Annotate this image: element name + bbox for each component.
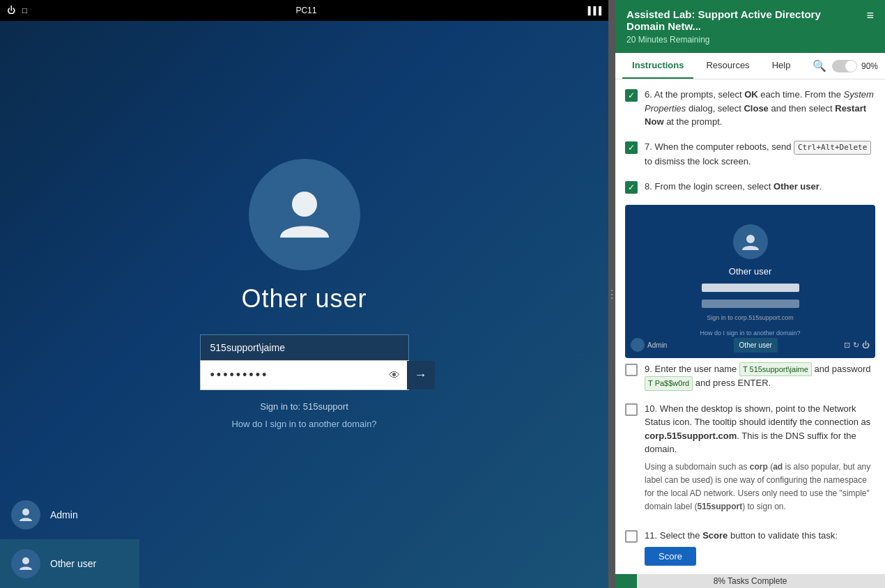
sign-in-info: Sign in to: 515support <box>260 401 348 412</box>
other-user-avatar <box>11 549 40 578</box>
eye-icon: 👁 <box>389 369 400 382</box>
instructions-panel: Assisted Lab: Support Active Directory D… <box>615 0 885 588</box>
taskbar: ⏻ □ PC11 ▐▐▐ <box>0 0 608 21</box>
tab-instructions[interactable]: Instructions <box>622 53 693 79</box>
thumb-password-bar <box>702 300 799 308</box>
step-10: 10. When the desktop is shown, point to … <box>625 402 875 518</box>
step-7-text: 7. When the computer reboots, send Ctrl+… <box>645 140 875 169</box>
resize-handle[interactable]: ⋮ <box>608 0 615 588</box>
power-icon: ⏻ <box>7 6 15 15</box>
arrow-icon: → <box>415 368 427 382</box>
step-8: ✓ 8. From the login screen, select Other… <box>625 180 875 194</box>
password-input[interactable] <box>201 361 382 389</box>
toggle-container: 90% <box>832 60 878 72</box>
progress-label: 8% Tasks Complete <box>714 576 787 586</box>
submit-button[interactable]: → <box>407 361 435 389</box>
header-content: Assisted Lab: Support Active Directory D… <box>626 8 866 45</box>
step-8-checkbox: ✓ <box>625 181 638 194</box>
thumb-admin: Admin <box>631 338 667 352</box>
screenshot-thumbnail: Other user Sign in to corp.515support.co… <box>625 205 875 358</box>
login-fields: 👁 → <box>200 334 409 390</box>
signal-icon: ▐▐▐ <box>585 6 601 15</box>
network-icon: □ <box>22 6 27 15</box>
tab-resources[interactable]: Resources <box>696 53 759 79</box>
progress-bar: 8% Tasks Complete <box>615 574 885 588</box>
panel-tabs: Instructions Resources Help 🔍 90% <box>615 53 885 79</box>
progress-bar-fill <box>615 574 637 588</box>
step-10-note: Using a subdomain such as corp (ad is al… <box>645 456 875 518</box>
step-8-text: 8. From the login screen, select Other u… <box>645 180 875 194</box>
thumb-admin-label: Admin <box>647 340 667 350</box>
thumb-domain-link: How do I sign in to another domain? <box>700 329 800 339</box>
thumb-inner: Other user Sign in to corp.515support.co… <box>700 224 800 339</box>
username-code: T 515support\jaime <box>739 362 812 377</box>
thumb-user-label: Other user <box>729 265 771 279</box>
thumb-admin-avatar <box>631 338 645 352</box>
step-6-text: 6. At the prompts, select OK each time. … <box>645 88 875 129</box>
step-10-checkbox[interactable] <box>625 403 638 416</box>
panel-timer: 20 Minutes Remaining <box>626 35 866 45</box>
step-11-text: 11. Select the Score button to validate … <box>645 529 875 566</box>
toggle-switch[interactable] <box>832 60 857 72</box>
step-6: ✓ 6. At the prompts, select OK each time… <box>625 88 875 129</box>
thumb-username-bar <box>702 284 799 292</box>
step-10-text: 10. When the desktop is shown, point to … <box>645 402 875 518</box>
avatar-icon <box>273 182 336 247</box>
step-9-text: 9. Enter the user name T 515support\jaim… <box>645 362 875 391</box>
svg-point-0 <box>292 192 317 217</box>
tab-help[interactable]: Help <box>762 53 801 79</box>
step-11-checkbox[interactable] <box>625 530 638 543</box>
thumb-icon-1: ⊡ <box>844 339 850 351</box>
bottom-users: Admin Other user <box>0 490 139 588</box>
score-button[interactable]: Score <box>645 547 696 566</box>
search-icon[interactable]: 🔍 <box>813 59 826 72</box>
taskbar-pc-name: PC11 <box>295 6 316 15</box>
show-password-button[interactable]: 👁 <box>382 369 407 382</box>
menu-button[interactable]: ≡ <box>866 8 874 23</box>
user-name-label: Other user <box>242 284 367 314</box>
username-input[interactable] <box>200 334 409 360</box>
thumb-bottom-row: Admin Other user ⊡ ↻ ⏻ <box>631 338 870 353</box>
thumb-icons: ⊡ ↻ ⏻ <box>844 339 870 351</box>
svg-point-3 <box>746 235 755 243</box>
thumb-avatar <box>733 224 768 259</box>
user-avatar <box>249 159 360 270</box>
other-user-name: Other user <box>50 558 96 569</box>
panel-content: ✓ 6. At the prompts, select OK each time… <box>615 79 885 574</box>
taskbar-left: ⏻ □ <box>7 6 27 15</box>
step-9: 9. Enter the user name T 515support\jaim… <box>625 362 875 391</box>
login-screen: ⏻ □ PC11 ▐▐▐ Other user 👁 → <box>0 0 608 588</box>
thumb-other-user: Other user <box>734 338 778 353</box>
password-row: 👁 → <box>200 360 409 390</box>
domain-link[interactable]: How do I sign in to another domain? <box>231 419 376 429</box>
step-7-checkbox: ✓ <box>625 141 638 154</box>
user-item-other[interactable]: Other user <box>0 539 139 588</box>
thumb-domain-text: Sign in to corp.515support.com <box>707 314 794 323</box>
step-6-checkbox: ✓ <box>625 89 638 102</box>
password-code: T Pa$$w0rd <box>645 376 693 391</box>
toggle-knob <box>845 61 856 72</box>
step-7: ✓ 7. When the computer reboots, send Ctr… <box>625 140 875 169</box>
svg-point-1 <box>22 509 29 516</box>
step-11: 11. Select the Score button to validate … <box>625 529 875 566</box>
keyboard-shortcut: Ctrl+Alt+Delete <box>794 141 871 155</box>
panel-header: Assisted Lab: Support Active Directory D… <box>615 0 885 53</box>
user-item-admin[interactable]: Admin <box>0 490 139 539</box>
progress-text: 90% <box>861 61 878 71</box>
svg-point-2 <box>22 557 29 564</box>
checkmark-icon: ✓ <box>628 181 635 194</box>
admin-name: Admin <box>50 509 78 520</box>
step-9-checkbox[interactable] <box>625 364 638 376</box>
panel-title: Assisted Lab: Support Active Directory D… <box>626 8 866 32</box>
thumb-icon-2: ↻ <box>853 339 859 351</box>
admin-avatar <box>11 500 40 529</box>
checkmark-icon: ✓ <box>628 89 635 102</box>
checkmark-icon: ✓ <box>628 141 635 154</box>
taskbar-right: ▐▐▐ <box>585 6 601 15</box>
thumb-icon-3: ⏻ <box>862 339 870 351</box>
